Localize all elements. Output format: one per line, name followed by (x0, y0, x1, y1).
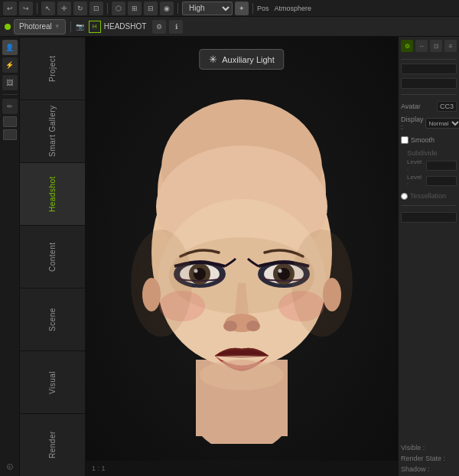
svg-point-17 (278, 269, 282, 273)
level-2-row: Level : (407, 174, 457, 187)
svg-point-24 (200, 360, 284, 390)
undo-icon[interactable]: ↩ (3, 2, 17, 15)
right-icon-4[interactable]: ≡ (444, 40, 457, 52)
svg-point-28 (291, 230, 353, 337)
avatar-value: CC3 (437, 101, 457, 112)
render-state-label: Render State : (401, 455, 457, 462)
tab-headshot[interactable]: Headshot (20, 162, 85, 225)
sep5 (70, 21, 71, 32)
render-active-icon[interactable]: ✦ (235, 2, 249, 15)
brush-icon[interactable]: ✏ (2, 99, 18, 114)
sep2 (107, 3, 108, 14)
level-2-label: Level : (407, 174, 425, 187)
photoreal-label: Photoreal (19, 22, 52, 31)
sphere-icon[interactable]: ◉ (160, 2, 174, 15)
smooth-label: Smooth (411, 136, 435, 144)
svg-point-19 (223, 321, 237, 331)
level-1-value[interactable] (426, 161, 457, 171)
right-panel: ⚙ ↔ ⊡ ≡ Avatar CC3 Display : Normal Smoo… (398, 37, 459, 476)
tessellation-label: Tessellation (410, 192, 446, 200)
level-1-label: Level : (407, 158, 425, 172)
thumb-icon-1[interactable] (3, 116, 17, 127)
tab-scene[interactable]: Scene (20, 288, 85, 350)
dropdown-arrow: ▼ (54, 23, 60, 30)
field-empty-1[interactable] (401, 64, 457, 74)
move-icon[interactable]: ✛ (57, 2, 71, 15)
image-icon[interactable]: 🖼 (2, 75, 18, 90)
display-select[interactable]: Normal (425, 118, 459, 129)
headshot-settings-icon[interactable]: ⚙ (152, 20, 166, 34)
tab-content[interactable]: Content (20, 225, 85, 288)
field-empty-2[interactable] (401, 78, 457, 89)
tabs-area: Project Smart Gallery Headshot Content S… (20, 37, 85, 476)
coords-label: 1 : 1 (92, 465, 106, 472)
left-panel: 👤 ⚡ 🖼 ✏ + Project Smart Gallery Headshot… (0, 37, 86, 476)
redo-icon[interactable]: ↪ (19, 2, 33, 15)
tab-render[interactable]: Render (20, 413, 85, 476)
svg-point-20 (246, 321, 260, 331)
grid-icon[interactable]: ⊟ (144, 2, 158, 15)
shadow-label: Shadow : (401, 465, 457, 473)
select-icon[interactable]: ↖ (41, 2, 55, 15)
sun-icon: ✳ (209, 54, 217, 65)
face-svg (127, 69, 356, 444)
rotate-icon[interactable]: ↻ (73, 2, 87, 15)
shape-icon[interactable]: ⬡ (112, 2, 125, 15)
sep3 (177, 3, 178, 14)
left-icon-bar: 👤 ⚡ 🖼 ✏ + (0, 37, 20, 476)
right-icon-1[interactable]: ⚙ (401, 40, 413, 52)
smooth-checkbox[interactable] (401, 136, 409, 144)
visible-label: Visible : (401, 444, 457, 452)
subdivide-label: Subdivide (407, 149, 457, 157)
right-sep-1 (401, 59, 457, 60)
motion-icon[interactable]: ⚡ (2, 57, 18, 73)
right-sep-2 (401, 94, 457, 95)
display-row: Display : Normal (401, 116, 457, 131)
svg-point-12 (194, 269, 198, 273)
right-icon-3[interactable]: ⊡ (430, 40, 442, 52)
headshot-label: H HEADSHOT (89, 21, 147, 33)
auxiliary-light-label: Auxiliary Light (222, 55, 274, 64)
viewport-bottom-bar: 1 : 1 (86, 461, 398, 476)
icon-separator (2, 94, 18, 95)
second-toolbar: Photoreal ▼ 📷 H HEADSHOT ⚙ ℹ (0, 17, 459, 37)
level-2-value[interactable] (426, 176, 457, 186)
top-toolbar: ↩ ↪ ↖ ✛ ↻ ⊡ ⬡ ⊞ ⊟ ◉ High Medium Low ✦ Po… (0, 0, 459, 17)
right-sep-3 (401, 205, 457, 206)
right-top-icons: ⚙ ↔ ⊡ ≡ (401, 40, 457, 52)
auxiliary-light-button[interactable]: ✳ Auxiliary Light (199, 49, 284, 70)
sep1 (37, 3, 37, 14)
tab-smart-gallery[interactable]: Smart Gallery (20, 99, 85, 162)
main-area: 👤 ⚡ 🖼 ✏ + Project Smart Gallery Headshot… (0, 37, 459, 476)
scale-icon[interactable]: ⊡ (90, 2, 103, 15)
avatar-row: Avatar CC3 (401, 101, 457, 112)
photoreal-button[interactable]: Photoreal ▼ (14, 19, 66, 34)
viewport[interactable]: ✳ Auxiliary Light 1 : 1 (86, 37, 398, 476)
tessellation-radio[interactable] (401, 193, 408, 200)
svg-point-27 (131, 230, 192, 337)
tessellation-row: Tessellation (401, 192, 457, 200)
actor-icon[interactable]: 👤 (2, 40, 18, 55)
sep4 (252, 3, 253, 14)
expand-icon[interactable]: + (7, 464, 13, 470)
avatar-label: Avatar (401, 103, 421, 110)
headshot-info-icon[interactable]: ℹ (169, 20, 183, 34)
tab-visual[interactable]: Visual (20, 350, 85, 413)
smooth-row: Smooth (401, 136, 457, 144)
atmosphere-label: Atmosphere (275, 5, 312, 12)
tab-project[interactable]: Project (20, 37, 85, 99)
headshot-text: HEADSHOT (104, 22, 147, 31)
plane-icon[interactable]: ⊞ (128, 2, 142, 15)
render-mode-select[interactable]: High Medium Low (182, 2, 233, 15)
camera-icon: 📷 (76, 23, 84, 31)
face-canvas (86, 37, 398, 476)
right-icon-2[interactable]: ↔ (415, 40, 428, 52)
green-indicator (5, 24, 11, 30)
headshot-icon: H (89, 21, 101, 33)
subdivide-section: Subdivide Level : Level : (401, 149, 457, 187)
level-1-row: Level : (407, 158, 457, 172)
bottom-labels: Visible : Render State : Shadow : (401, 444, 457, 473)
field-empty-3[interactable] (401, 212, 457, 223)
pos-label: Pos (257, 5, 269, 12)
thumb-icon-2[interactable] (3, 129, 17, 140)
